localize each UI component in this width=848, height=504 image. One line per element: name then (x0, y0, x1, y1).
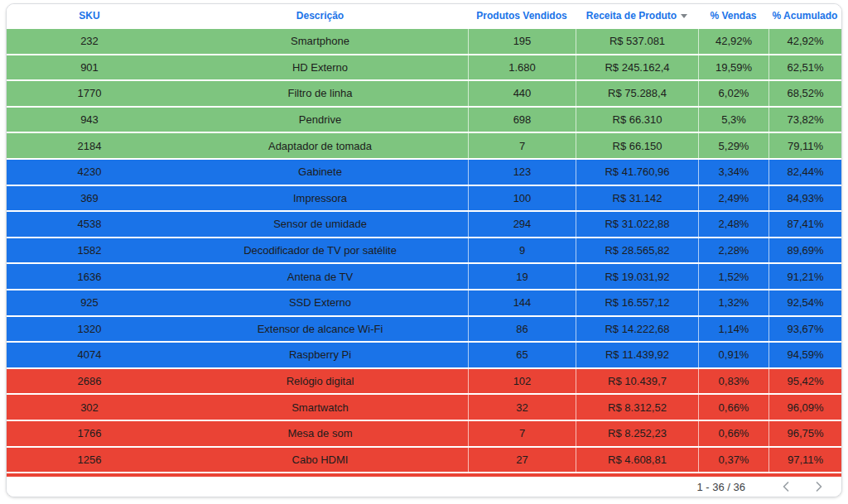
cell-produtos-vendidos: 195 (468, 29, 576, 54)
cell-pct-acumulado: 68,52% (768, 81, 841, 106)
next-page-button[interactable] (808, 478, 830, 496)
column-header-sku[interactable]: SKU (7, 4, 172, 27)
cell-descricao: SSD Externo (172, 290, 468, 315)
cell-receita: R$ 4.608,81 (576, 448, 698, 473)
cell-pct-vendas: 5,3% (698, 108, 768, 132)
cell-pct-acumulado: 42,92% (768, 29, 841, 54)
chevron-right-icon (814, 481, 824, 492)
cell-pct-acumulado: 96,09% (768, 395, 841, 420)
cell-produtos-vendidos: 19 (468, 264, 576, 289)
cell-pct-vendas: 0,91% (698, 343, 768, 367)
cell-pct-acumulado: 87,41% (768, 212, 841, 237)
cell-pct-acumulado: 62,51% (768, 55, 841, 80)
cell-sku: 1770 (7, 81, 172, 106)
cell-sku: 1766 (7, 421, 172, 446)
data-table-card: SKU Descrição Produtos Vendidos Receita … (6, 3, 842, 497)
column-header-label: SKU (79, 10, 99, 22)
table-row: 1256 Cabo HDMI 27 R$ 4.608,81 0,37% 97,1… (7, 446, 841, 473)
cell-pct-acumulado: 93,67% (768, 317, 841, 342)
column-header-label: Receita de Produto (586, 10, 677, 22)
cell-produtos-vendidos: 294 (468, 212, 576, 237)
cell-descricao: Impressora (172, 186, 468, 211)
cell-produtos-vendidos: 144 (468, 290, 576, 315)
cell-produtos-vendidos: 100 (468, 186, 576, 211)
cell-produtos-vendidos: 1.680 (468, 55, 576, 80)
cell-sku: 901 (7, 55, 172, 80)
table-footer: 1 - 36 / 36 (7, 477, 841, 497)
cell-descricao: Smartphone (172, 29, 468, 54)
cell-sku: 1582 (7, 238, 172, 263)
column-header-receita-de-produto[interactable]: Receita de Produto (576, 4, 698, 27)
cell-pct-vendas: 2,49% (698, 186, 768, 211)
cell-descricao: Cabo HDMI (172, 448, 468, 473)
table-row: 901 HD Externo 1.680 R$ 245.162,4 19,59%… (7, 54, 841, 80)
cell-produtos-vendidos: 7 (468, 421, 576, 446)
cell-pct-vendas: 0,83% (698, 369, 768, 394)
cell-sku: 4074 (7, 343, 172, 367)
cell-descricao: Antena de TV (172, 264, 468, 289)
prev-page-button[interactable] (775, 478, 797, 496)
cell-descricao: Filtro de linha (172, 81, 468, 106)
cell-pct-vendas: 19,59% (698, 55, 768, 80)
cell-descricao: Decodificador de TV por satélite (172, 238, 468, 263)
cell-pct-vendas: 2,28% (698, 238, 768, 263)
cell-pct-acumulado: 79,11% (768, 133, 841, 158)
column-header-label: Descrição (296, 10, 344, 22)
cell-descricao: Raspberry Pi (172, 343, 468, 367)
cell-descricao: Sensor de umidade (172, 212, 468, 237)
cell-sku: 1636 (7, 264, 172, 289)
cell-sku: 302 (7, 395, 172, 420)
cell-descricao: HD Externo (172, 55, 468, 80)
column-header-pct-acumulado[interactable]: % Acumulado (768, 4, 841, 27)
table-row: 1766 Mesa de som 7 R$ 8.252,23 0,66% 96,… (7, 420, 841, 446)
cell-receita: R$ 31.142 (576, 186, 698, 211)
cell-descricao: Relógio digital (172, 369, 468, 394)
cell-sku: 4538 (7, 212, 172, 237)
cell-pct-acumulado: 95,42% (768, 369, 841, 394)
column-header-descricao[interactable]: Descrição (172, 4, 468, 27)
cell-pct-vendas: 1,52% (698, 264, 768, 289)
column-header-label: % Vendas (710, 10, 756, 22)
cell-sku: 2686 (7, 369, 172, 394)
cell-pct-acumulado: 84,93% (768, 186, 841, 211)
cell-descricao: Extensor de alcance Wi-Fi (172, 317, 468, 342)
cell-receita: R$ 10.439,7 (576, 369, 698, 394)
table-row: 4538 Sensor de umidade 294 R$ 31.022,88 … (7, 210, 841, 237)
cell-receita: R$ 8.312,52 (576, 395, 698, 420)
cell-pct-vendas: 6,02% (698, 81, 768, 106)
cell-descricao: Mesa de som (172, 421, 468, 446)
cell-pct-vendas: 0,66% (698, 395, 768, 420)
cell-sku: 369 (7, 186, 172, 211)
cell-receita: R$ 28.565,82 (576, 238, 698, 263)
cell-sku: 4230 (7, 160, 172, 185)
cell-sku: 1256 (7, 448, 172, 473)
cell-pct-acumulado: 96,75% (768, 421, 841, 446)
cell-descricao: Gabinete (172, 160, 468, 185)
cell-produtos-vendidos: 27 (468, 448, 576, 473)
cell-sku: 943 (7, 108, 172, 132)
cell-sku: 2184 (7, 133, 172, 158)
table-header-row: SKU Descrição Produtos Vendidos Receita … (7, 4, 841, 27)
pagination-label: 1 - 36 / 36 (696, 481, 745, 493)
cell-produtos-vendidos: 86 (468, 317, 576, 342)
column-header-pct-vendas[interactable]: % Vendas (698, 4, 768, 27)
sort-desc-icon (681, 14, 687, 18)
table-body: 232 Smartphone 195 R$ 537.081 42,92% 42,… (7, 27, 841, 472)
cell-pct-vendas: 3,34% (698, 160, 768, 185)
cell-receita: R$ 66.310 (576, 108, 698, 132)
chevron-left-icon (781, 481, 791, 492)
table-row: 302 Smartwatch 32 R$ 8.312,52 0,66% 96,0… (7, 393, 841, 420)
cell-descricao: Pendrive (172, 108, 468, 132)
column-header-produtos-vendidos[interactable]: Produtos Vendidos (468, 4, 576, 27)
cell-pct-vendas: 1,14% (698, 317, 768, 342)
table-row: 1582 Decodificador de TV por satélite 9 … (7, 237, 841, 263)
cell-receita: R$ 31.022,88 (576, 212, 698, 237)
cell-produtos-vendidos: 698 (468, 108, 576, 132)
cell-produtos-vendidos: 9 (468, 238, 576, 263)
cell-pct-vendas: 0,37% (698, 448, 768, 473)
table-row: 4074 Raspberry Pi 65 R$ 11.439,92 0,91% … (7, 341, 841, 367)
column-header-label: % Acumulado (773, 10, 838, 22)
cell-receita: R$ 8.252,23 (576, 421, 698, 446)
cell-produtos-vendidos: 7 (468, 133, 576, 158)
cell-sku: 925 (7, 290, 172, 315)
